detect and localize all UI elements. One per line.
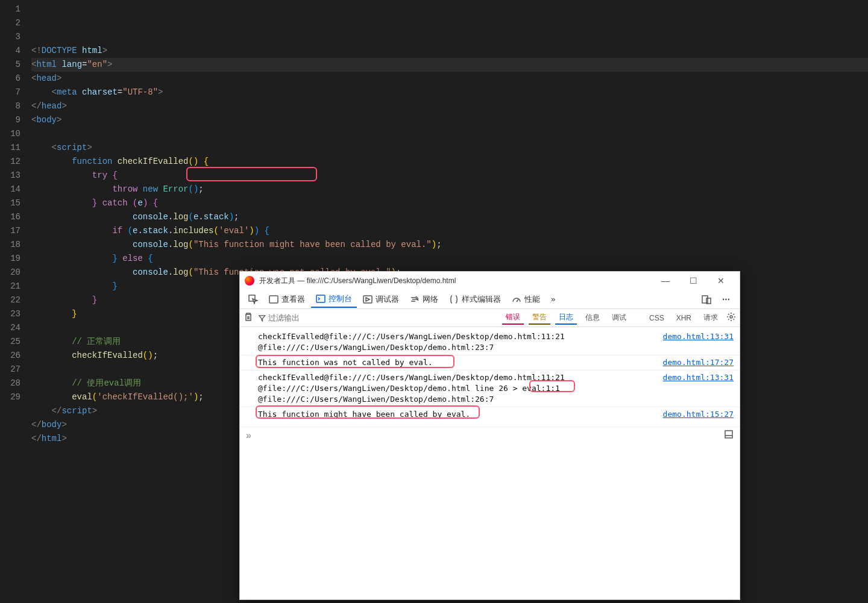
console-message[interactable]: checkIfEvalled@file:///C:/Users/WangLiwe… bbox=[240, 370, 740, 407]
tab-overflow[interactable]: » bbox=[546, 292, 560, 306]
window-close-icon[interactable]: ✕ bbox=[707, 276, 735, 286]
devtools-window: 开发者工具 — file:///C:/Users/WangLiwen/Deskt… bbox=[239, 271, 740, 600]
svg-rect-2 bbox=[316, 295, 325, 302]
line-number-gutter: 1234567891011121314151617181920212223242… bbox=[0, 0, 31, 603]
devtools-toolbar: 查看器 控制台 调试器 网络 样式编辑器 性能 » ⋯ bbox=[240, 290, 740, 309]
kebab-menu-icon[interactable]: ⋯ bbox=[717, 292, 736, 306]
console-prompt-icon: » bbox=[246, 430, 251, 441]
console-input-row[interactable]: » bbox=[240, 426, 740, 444]
console-filter-bar: 错误 警告 日志 信息 调试 CSS XHR 请求 bbox=[240, 309, 740, 327]
console-message-text: This function was not called by eval. bbox=[258, 357, 657, 368]
tab-network[interactable]: 网络 bbox=[405, 292, 443, 307]
tab-debugger[interactable]: 调试器 bbox=[358, 292, 404, 307]
tab-inspector[interactable]: 查看器 bbox=[264, 292, 310, 307]
console-message-source-link[interactable]: demo.html:15:27 bbox=[657, 409, 734, 420]
console-message-source-link[interactable]: demo.html:13:31 bbox=[657, 331, 734, 353]
filter-warnings[interactable]: 警告 bbox=[529, 311, 550, 325]
filter-requests[interactable]: 请求 bbox=[700, 311, 722, 324]
tab-styleeditor[interactable]: 样式编辑器 bbox=[444, 292, 506, 307]
filter-xhr[interactable]: XHR bbox=[673, 313, 695, 323]
tab-performance[interactable]: 性能 bbox=[507, 292, 545, 307]
console-output[interactable]: checkIfEvalled@file:///C:/Users/WangLiwe… bbox=[240, 327, 740, 424]
funnel-icon bbox=[258, 314, 266, 322]
responsive-mode-icon[interactable] bbox=[697, 292, 716, 307]
svg-rect-1 bbox=[269, 296, 278, 303]
svg-rect-3 bbox=[363, 296, 372, 303]
filter-debug[interactable]: 调试 bbox=[608, 311, 630, 324]
tab-console[interactable]: 控制台 bbox=[311, 291, 357, 308]
firefox-icon bbox=[245, 276, 254, 286]
console-message[interactable]: checkIfEvalled@file:///C:/Users/WangLiwe… bbox=[240, 330, 740, 355]
svg-line-4 bbox=[517, 299, 518, 302]
filter-input[interactable] bbox=[268, 313, 497, 322]
window-maximize-icon[interactable]: ☐ bbox=[679, 276, 707, 286]
console-message-source-link[interactable]: demo.html:13:31 bbox=[657, 372, 734, 405]
filter-info[interactable]: 信息 bbox=[582, 311, 603, 324]
window-minimize-icon[interactable]: — bbox=[652, 276, 679, 286]
console-message-text: checkIfEvalled@file:///C:/Users/WangLiwe… bbox=[258, 331, 657, 353]
filter-errors[interactable]: 错误 bbox=[502, 311, 524, 325]
filter-input-wrap bbox=[258, 313, 497, 322]
clear-console-icon[interactable] bbox=[244, 312, 253, 323]
pick-element-icon[interactable] bbox=[244, 292, 263, 307]
console-message-text: This function might have been called by … bbox=[258, 409, 657, 420]
devtools-titlebar[interactable]: 开发者工具 — file:///C:/Users/WangLiwen/Deskt… bbox=[240, 272, 740, 290]
filter-css[interactable]: CSS bbox=[646, 313, 668, 323]
svg-point-7 bbox=[730, 316, 732, 318]
console-message[interactable]: This function was not called by eval.dem… bbox=[240, 355, 740, 370]
console-message[interactable]: This function might have been called by … bbox=[240, 407, 740, 422]
svg-rect-8 bbox=[725, 431, 732, 438]
filter-logs[interactable]: 日志 bbox=[555, 311, 577, 325]
console-settings-icon[interactable] bbox=[726, 312, 736, 323]
console-message-source-link[interactable]: demo.html:17:27 bbox=[657, 357, 734, 368]
console-message-text: checkIfEvalled@file:///C:/Users/WangLiwe… bbox=[258, 372, 657, 405]
devtools-title: 开发者工具 — file:///C:/Users/WangLiwen/Deskt… bbox=[259, 276, 652, 286]
split-console-icon[interactable] bbox=[724, 430, 734, 442]
